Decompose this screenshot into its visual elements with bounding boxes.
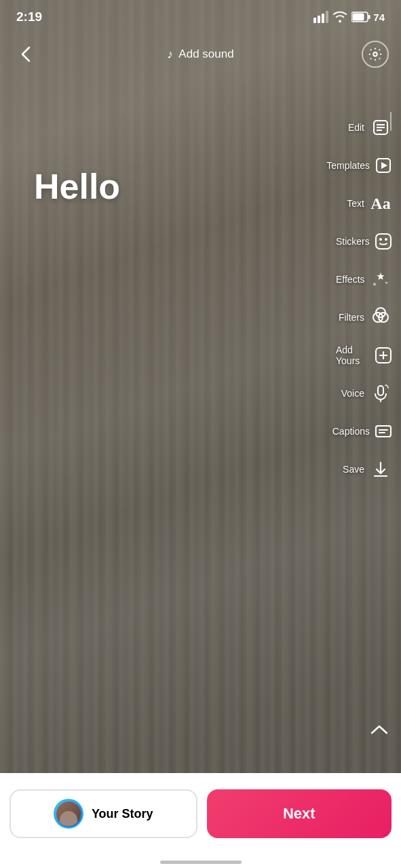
toolbar-captions[interactable]: Captions xyxy=(333,412,396,450)
svg-point-7 xyxy=(373,52,377,56)
filters-icon xyxy=(368,305,393,330)
svg-point-15 xyxy=(379,238,382,241)
avatar xyxy=(56,802,81,826)
svg-rect-5 xyxy=(353,14,364,21)
gear-icon xyxy=(368,47,383,62)
top-bar: ♪ Add sound xyxy=(0,34,401,75)
toolbar-edit[interactable]: Edit xyxy=(333,108,396,146)
edit-icon xyxy=(368,115,393,140)
home-indicator xyxy=(160,861,242,864)
toolbar-text[interactable]: Text Aa xyxy=(333,184,396,222)
svg-rect-0 xyxy=(313,18,316,23)
toolbar-save[interactable]: Save xyxy=(333,450,396,488)
music-icon: ♪ xyxy=(167,47,173,62)
toolbar-add-yours[interactable]: Add Yours xyxy=(333,336,396,374)
status-time: 2:19 xyxy=(16,9,42,24)
svg-rect-1 xyxy=(318,16,320,23)
add-yours-label: Add Yours xyxy=(336,344,370,366)
effects-icon xyxy=(369,267,393,292)
add-sound-button[interactable]: ♪ Add sound xyxy=(167,47,233,62)
svg-rect-23 xyxy=(378,386,383,395)
toolbar-templates[interactable]: Templates xyxy=(333,146,396,184)
status-icons: 74 xyxy=(313,11,385,23)
collapse-button[interactable] xyxy=(367,718,392,743)
voice-icon xyxy=(368,381,393,406)
next-label: Next xyxy=(283,805,316,823)
captions-icon xyxy=(374,419,393,443)
toolbar-divider xyxy=(390,112,392,131)
add-sound-label: Add sound xyxy=(178,47,233,61)
svg-rect-25 xyxy=(376,426,391,437)
toolbar-voice[interactable]: Voice xyxy=(333,374,396,412)
captions-label: Captions xyxy=(332,426,370,437)
edit-label: Edit xyxy=(348,122,364,133)
voice-label: Voice xyxy=(341,388,364,399)
avatar-person xyxy=(60,811,77,826)
status-bar: 2:19 74 xyxy=(0,0,401,34)
svg-point-16 xyxy=(385,238,387,241)
back-button[interactable] xyxy=(12,41,39,68)
bottom-bar: Your Story Next xyxy=(0,773,401,868)
svg-rect-3 xyxy=(326,11,328,23)
text-icon: Aa xyxy=(368,191,393,216)
wifi-icon xyxy=(332,11,347,23)
save-icon xyxy=(368,457,393,481)
signal-icon xyxy=(313,11,328,23)
toolbar-stickers[interactable]: Stickers xyxy=(333,222,396,260)
filters-label: Filters xyxy=(339,312,364,323)
stickers-label: Stickers xyxy=(336,236,370,247)
story-text: Hello xyxy=(34,166,120,207)
next-button[interactable]: Next xyxy=(207,789,392,838)
save-label: Save xyxy=(343,464,364,475)
templates-label: Templates xyxy=(326,160,370,171)
svg-rect-6 xyxy=(368,15,370,19)
battery-indicator: 74 xyxy=(351,12,385,23)
right-toolbar: Edit Templates Text Aa Stickers xyxy=(333,108,401,488)
toolbar-filters[interactable]: Filters xyxy=(333,298,396,336)
stickers-icon xyxy=(374,229,393,254)
svg-rect-2 xyxy=(322,14,324,23)
text-label: Text xyxy=(347,198,364,209)
svg-rect-14 xyxy=(376,234,391,249)
your-story-button[interactable]: Your Story xyxy=(9,789,197,838)
avatar-ring xyxy=(54,799,83,829)
svg-marker-13 xyxy=(381,162,387,169)
toolbar-effects[interactable]: Effects xyxy=(333,260,396,298)
add-yours-icon xyxy=(374,343,393,368)
effects-label: Effects xyxy=(336,274,365,285)
your-story-label: Your Story xyxy=(92,807,153,821)
battery-percent: 74 xyxy=(373,12,385,23)
settings-button[interactable] xyxy=(362,41,389,68)
templates-icon xyxy=(374,153,393,178)
